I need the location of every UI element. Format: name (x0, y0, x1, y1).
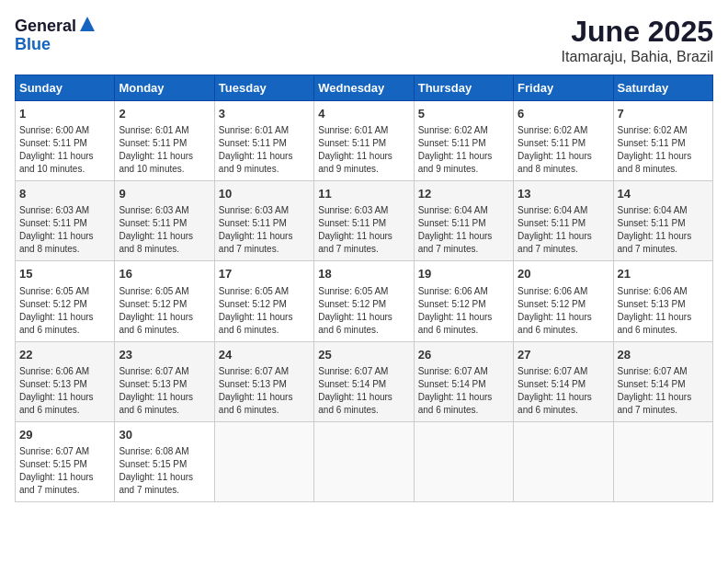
calendar-day-cell: 25Sunrise: 6:07 AM Sunset: 5:14 PM Dayli… (314, 341, 414, 421)
calendar-day-cell: 10Sunrise: 6:03 AM Sunset: 5:11 PM Dayli… (214, 181, 313, 261)
day-number: 16 (119, 266, 210, 282)
day-number: 12 (418, 186, 509, 202)
day-number: 30 (119, 427, 210, 443)
day-number: 15 (19, 266, 110, 282)
svg-marker-0 (80, 17, 95, 31)
calendar-day-cell: 24Sunrise: 6:07 AM Sunset: 5:13 PM Dayli… (214, 341, 313, 421)
day-header-thursday: Thursday (414, 75, 513, 101)
calendar-day-cell: 26Sunrise: 6:07 AM Sunset: 5:14 PM Dayli… (414, 341, 513, 421)
day-info: Sunrise: 6:01 AM Sunset: 5:11 PM Dayligh… (318, 124, 409, 176)
empty-cell (514, 421, 613, 501)
calendar-day-cell: 20Sunrise: 6:06 AM Sunset: 5:12 PM Dayli… (514, 261, 613, 341)
day-info: Sunrise: 6:06 AM Sunset: 5:12 PM Dayligh… (418, 285, 509, 337)
calendar-day-cell: 29Sunrise: 6:07 AM Sunset: 5:15 PM Dayli… (16, 421, 115, 501)
calendar-day-cell: 15Sunrise: 6:05 AM Sunset: 5:12 PM Dayli… (16, 261, 115, 341)
day-number: 29 (19, 427, 110, 443)
day-info: Sunrise: 6:03 AM Sunset: 5:11 PM Dayligh… (119, 204, 210, 256)
month-title: June 2025 (562, 15, 713, 49)
day-number: 5 (418, 106, 509, 122)
day-number: 8 (19, 186, 110, 202)
logo-blue-text: Blue (15, 35, 51, 54)
calendar-week-row: 15Sunrise: 6:05 AM Sunset: 5:12 PM Dayli… (16, 261, 713, 341)
day-info: Sunrise: 6:07 AM Sunset: 5:13 PM Dayligh… (119, 365, 210, 417)
calendar-day-cell: 21Sunrise: 6:06 AM Sunset: 5:13 PM Dayli… (613, 261, 712, 341)
day-info: Sunrise: 6:05 AM Sunset: 5:12 PM Dayligh… (19, 285, 110, 337)
calendar-day-cell: 18Sunrise: 6:05 AM Sunset: 5:12 PM Dayli… (314, 261, 414, 341)
day-number: 2 (119, 106, 210, 122)
day-number: 14 (618, 186, 709, 202)
day-number: 9 (119, 186, 210, 202)
calendar-day-cell: 14Sunrise: 6:04 AM Sunset: 5:11 PM Dayli… (613, 181, 712, 261)
calendar-day-cell: 7Sunrise: 6:02 AM Sunset: 5:11 PM Daylig… (613, 101, 712, 181)
day-header-sunday: Sunday (16, 75, 115, 101)
day-info: Sunrise: 6:06 AM Sunset: 5:13 PM Dayligh… (19, 365, 110, 417)
day-header-wednesday: Wednesday (314, 75, 414, 101)
day-info: Sunrise: 6:02 AM Sunset: 5:11 PM Dayligh… (418, 124, 509, 176)
calendar-day-cell: 27Sunrise: 6:07 AM Sunset: 5:14 PM Dayli… (514, 341, 613, 421)
day-number: 18 (318, 266, 409, 282)
calendar-header-row: SundayMondayTuesdayWednesdayThursdayFrid… (16, 75, 713, 101)
day-number: 7 (618, 106, 709, 122)
page-header: General Blue June 2025 Itamaraju, Bahia,… (15, 15, 713, 65)
day-header-tuesday: Tuesday (214, 75, 313, 101)
calendar-day-cell: 2Sunrise: 6:01 AM Sunset: 5:11 PM Daylig… (115, 101, 214, 181)
day-info: Sunrise: 6:07 AM Sunset: 5:14 PM Dayligh… (318, 365, 409, 417)
day-info: Sunrise: 6:01 AM Sunset: 5:11 PM Dayligh… (219, 124, 310, 176)
empty-cell (414, 421, 513, 501)
calendar-week-row: 29Sunrise: 6:07 AM Sunset: 5:15 PM Dayli… (16, 421, 713, 501)
day-info: Sunrise: 6:03 AM Sunset: 5:11 PM Dayligh… (19, 204, 110, 256)
calendar-day-cell: 22Sunrise: 6:06 AM Sunset: 5:13 PM Dayli… (16, 341, 115, 421)
day-info: Sunrise: 6:02 AM Sunset: 5:11 PM Dayligh… (518, 124, 609, 176)
day-info: Sunrise: 6:02 AM Sunset: 5:11 PM Dayligh… (618, 124, 709, 176)
day-info: Sunrise: 6:08 AM Sunset: 5:15 PM Dayligh… (119, 445, 210, 497)
calendar-table: SundayMondayTuesdayWednesdayThursdayFrid… (15, 75, 713, 502)
day-info: Sunrise: 6:03 AM Sunset: 5:11 PM Dayligh… (318, 204, 409, 256)
day-number: 25 (318, 347, 409, 363)
calendar-day-cell: 23Sunrise: 6:07 AM Sunset: 5:13 PM Dayli… (115, 341, 214, 421)
calendar-day-cell: 16Sunrise: 6:05 AM Sunset: 5:12 PM Dayli… (115, 261, 214, 341)
empty-cell (214, 421, 313, 501)
logo-general-text: General (15, 17, 76, 36)
day-number: 23 (119, 347, 210, 363)
day-header-friday: Friday (514, 75, 613, 101)
day-info: Sunrise: 6:04 AM Sunset: 5:11 PM Dayligh… (518, 204, 609, 256)
calendar-day-cell: 30Sunrise: 6:08 AM Sunset: 5:15 PM Dayli… (115, 421, 214, 501)
day-info: Sunrise: 6:04 AM Sunset: 5:11 PM Dayligh… (418, 204, 509, 256)
logo: General Blue (15, 15, 97, 54)
day-info: Sunrise: 6:07 AM Sunset: 5:14 PM Dayligh… (618, 365, 709, 417)
day-number: 13 (518, 186, 609, 202)
calendar-day-cell: 11Sunrise: 6:03 AM Sunset: 5:11 PM Dayli… (314, 181, 414, 261)
calendar-day-cell: 6Sunrise: 6:02 AM Sunset: 5:11 PM Daylig… (514, 101, 613, 181)
calendar-week-row: 8Sunrise: 6:03 AM Sunset: 5:11 PM Daylig… (16, 181, 713, 261)
calendar-day-cell: 19Sunrise: 6:06 AM Sunset: 5:12 PM Dayli… (414, 261, 513, 341)
day-info: Sunrise: 6:06 AM Sunset: 5:12 PM Dayligh… (518, 285, 609, 337)
calendar-day-cell: 17Sunrise: 6:05 AM Sunset: 5:12 PM Dayli… (214, 261, 313, 341)
day-info: Sunrise: 6:06 AM Sunset: 5:13 PM Dayligh… (618, 285, 709, 337)
day-info: Sunrise: 6:05 AM Sunset: 5:12 PM Dayligh… (219, 285, 310, 337)
day-number: 24 (219, 347, 310, 363)
day-info: Sunrise: 6:00 AM Sunset: 5:11 PM Dayligh… (19, 124, 110, 176)
day-number: 6 (518, 106, 609, 122)
day-info: Sunrise: 6:07 AM Sunset: 5:14 PM Dayligh… (418, 365, 509, 417)
day-number: 1 (19, 106, 110, 122)
empty-cell (613, 421, 712, 501)
day-number: 4 (318, 106, 409, 122)
calendar-week-row: 22Sunrise: 6:06 AM Sunset: 5:13 PM Dayli… (16, 341, 713, 421)
day-info: Sunrise: 6:04 AM Sunset: 5:11 PM Dayligh… (618, 204, 709, 256)
day-info: Sunrise: 6:05 AM Sunset: 5:12 PM Dayligh… (119, 285, 210, 337)
calendar-day-cell: 9Sunrise: 6:03 AM Sunset: 5:11 PM Daylig… (115, 181, 214, 261)
day-header-saturday: Saturday (613, 75, 712, 101)
title-area: June 2025 Itamaraju, Bahia, Brazil (562, 15, 713, 65)
day-number: 10 (219, 186, 310, 202)
day-info: Sunrise: 6:07 AM Sunset: 5:14 PM Dayligh… (518, 365, 609, 417)
day-number: 17 (219, 266, 310, 282)
calendar-day-cell: 12Sunrise: 6:04 AM Sunset: 5:11 PM Dayli… (414, 181, 513, 261)
day-number: 21 (618, 266, 709, 282)
calendar-day-cell: 5Sunrise: 6:02 AM Sunset: 5:11 PM Daylig… (414, 101, 513, 181)
calendar-day-cell: 8Sunrise: 6:03 AM Sunset: 5:11 PM Daylig… (16, 181, 115, 261)
day-number: 19 (418, 266, 509, 282)
day-number: 22 (19, 347, 110, 363)
day-number: 27 (518, 347, 609, 363)
day-number: 26 (418, 347, 509, 363)
day-number: 11 (318, 186, 409, 202)
